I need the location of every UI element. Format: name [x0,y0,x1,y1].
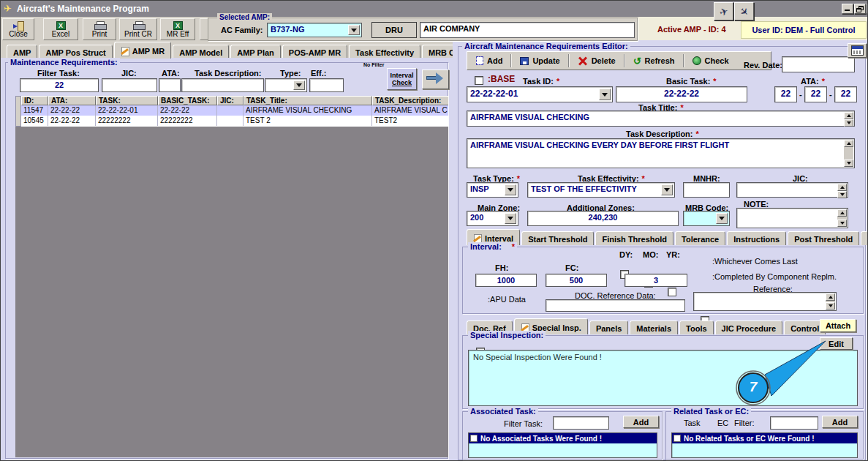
plane-tool-button-2[interactable]: ✈ [734,2,754,20]
related-row-checkbox[interactable] [673,435,681,442]
mrb-code-dropdown-icon[interactable] [716,213,728,224]
associated-filter-input[interactable] [553,416,609,430]
tab-start-threshold[interactable]: Start Threshold [521,231,594,245]
tab-post-threshold[interactable]: Post Threshold [788,231,859,245]
tab-amp-pos-struct[interactable]: AMP Pos Struct [39,45,112,59]
tab-finish-threshold[interactable]: Finish Threshold [595,231,673,245]
ata-input-3[interactable]: 22 [834,86,857,102]
base-label: :BASE [488,74,515,84]
yr-checkbox[interactable] [668,288,676,296]
col-task-description[interactable]: TASK_Description: [372,96,448,105]
tab-tolerance[interactable]: Tolerance [675,231,725,245]
interval-check-button[interactable]: Interval Check [387,68,417,90]
main-zone-combo[interactable]: 200 [467,211,518,226]
restore-button[interactable] [854,4,866,14]
filter-desc-input[interactable] [181,78,264,92]
tab-amp-plan[interactable]: AMP Plan [230,45,281,59]
task-effectivity-dropdown-icon[interactable] [661,184,673,195]
ac-family-combo[interactable]: B737-NG [267,23,362,37]
tab-amp[interactable]: AMP [7,45,37,59]
tab-instructions[interactable]: Instructions [727,231,786,245]
related-task-list[interactable]: No Related Tasks or EC Were Found ! [671,432,858,458]
associated-row-checkbox[interactable] [470,435,478,442]
related-empty-row[interactable]: No Related Tasks or EC Were Found ! [672,433,857,443]
check-button[interactable]: Check [687,56,735,65]
mnhr-input[interactable] [683,182,730,198]
add-button[interactable]: Add [470,56,508,65]
associated-task-list[interactable]: No Associated Tasks Were Found ! [468,432,657,458]
tab-lump[interactable]: LUMP [861,231,868,245]
col-task-title[interactable]: TASK_Title: [244,96,372,105]
col-basic-task[interactable]: BASIC_TASK: [158,96,217,105]
mrb-code-combo[interactable] [683,211,730,226]
filter-type-dropdown-icon[interactable] [293,80,305,90]
fc-input[interactable]: 500 [546,274,607,287]
tab-amp-model[interactable]: AMP Model [173,45,229,59]
note-input[interactable] [736,208,848,228]
plane-tool-button-1[interactable]: ✈ [714,2,733,20]
tab-materials[interactable]: Materials [630,321,678,334]
main-zone-dropdown-icon[interactable] [505,213,516,224]
doc-reference-input[interactable] [546,299,685,312]
filter-type-combo[interactable] [265,78,307,92]
task-type-combo[interactable]: INSP [467,182,518,198]
tab-task-effectivity[interactable]: Task Effectivity [349,45,420,59]
rev-date-input[interactable] [782,56,855,72]
task-type-dropdown-icon[interactable] [505,184,516,195]
table-row[interactable]: 10545 22-22-22 22222222 22222222 TEST 2 … [21,116,448,126]
close-button[interactable]: Close [2,18,34,40]
jic-scrollbar[interactable] [837,184,847,196]
task-description-input[interactable]: AIRFRAME VISUAL CHECKING EVERY DAY BEFOR… [467,138,855,168]
excel-button[interactable]: X Excel [43,18,78,40]
task-id-combo[interactable]: 22-22-22-01 [467,86,613,102]
filter-ata-input[interactable] [159,78,181,92]
print-button[interactable]: Print [83,18,116,40]
table-row-selected[interactable]: 11547 22-22-22 22-22-22-01 22-22-22 AIRF… [21,105,448,116]
task-description-scrollbar[interactable] [844,140,853,167]
delete-button[interactable]: Delete [572,56,622,66]
ata-input-2[interactable]: 22 [804,86,827,102]
task-title-scrollbar[interactable] [844,112,853,125]
col-id[interactable]: ID: [21,96,48,105]
additional-zones-input[interactable]: 240,230 [527,211,679,226]
company-field[interactable]: AIR COMPANY [420,22,635,38]
ac-family-dropdown-icon[interactable] [348,25,360,35]
update-button[interactable]: Update [514,56,565,65]
go-arrow-button[interactable] [422,70,449,89]
excel-icon: X [56,21,66,30]
refresh-button[interactable]: ↻Refresh [627,56,681,67]
tab-panels[interactable]: Panels [589,321,628,334]
filter-eff-input[interactable] [309,78,344,92]
associated-add-button[interactable]: Add [623,416,659,428]
filter-task-input[interactable]: 22 [20,78,99,92]
related-filter-input[interactable] [770,416,818,430]
jic-input[interactable] [736,182,848,198]
task-id-dropdown-icon[interactable] [599,89,611,100]
basic-task-input[interactable]: 22-22-22 [616,86,747,102]
task-effectivity-combo[interactable]: TEST OF THE EFFECTIVITY [527,182,675,198]
fh-input[interactable]: 1000 [475,274,537,287]
print-cr-button[interactable]: Print CR [119,18,157,40]
calendar-button[interactable] [848,43,867,58]
reference-input[interactable] [693,292,837,311]
col-task[interactable]: TASK: [96,96,158,105]
reference-scrollbar[interactable] [826,293,835,310]
tab-amp-mr[interactable]: AMP MR [114,42,171,59]
task-title-input[interactable]: AIRFRAME VISUAL CHECKING [467,110,855,127]
tab-pos-amp-mr[interactable]: POS-AMP MR [282,45,347,59]
mo-value-input[interactable]: 3 [624,274,687,287]
related-add-button[interactable]: Add [822,416,858,428]
ata-input-1[interactable]: 22 [774,86,797,102]
associated-empty-row[interactable]: No Associated Tasks Were Found ! [469,433,657,443]
dru-button[interactable]: DRU [371,22,417,38]
filter-jic-input[interactable] [102,78,157,92]
tab-materials-label: Materials [636,324,671,333]
col-ata[interactable]: ATA: [48,96,96,105]
note-scrollbar[interactable] [837,209,847,227]
tab-tools[interactable]: Tools [679,321,714,334]
col-jic[interactable]: JIC: [217,96,244,105]
print-label: Print [92,30,107,38]
minimize-button[interactable] [842,4,853,14]
mr-eff-button[interactable]: X MR Eff [160,18,195,40]
base-checkbox[interactable] [475,76,483,85]
